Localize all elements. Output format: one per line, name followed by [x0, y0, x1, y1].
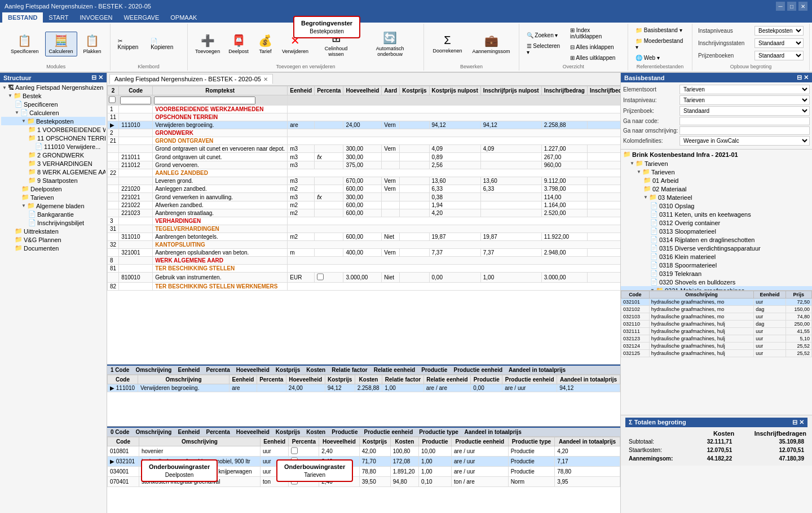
table-row[interactable]: 032110hydraulische graafmachines, huljda… [621, 321, 812, 328]
alles-uitklappen-button[interactable]: ⊞ Alles uitklappen [567, 53, 623, 63]
table-row[interactable]: 81 TER BESCHIKKING STELLEN Index [108, 265, 621, 273]
alles-inklappen-button[interactable]: ⊟ Alles inklappen [567, 42, 623, 52]
table-row[interactable]: 221020 Aanleggen zandbed. m2600,00Vern 6… [108, 185, 621, 193]
table-row[interactable]: 070401 stortkosten integraal groenafval … [108, 477, 620, 487]
tree-item-calc[interactable]: ▼ 📄 Calculeren [1, 108, 105, 117]
tab-aanleg[interactable]: Aanleg Fietspad Nergenshuizen - BESTEK -… [109, 74, 273, 84]
table-row[interactable]: 010801 hovenier uur 2,4042,00100,80 10,0… [108, 446, 620, 457]
ganaarcode-input[interactable] [679, 117, 810, 125]
tree-item-tarieven[interactable]: 📁 Tarieven [1, 193, 105, 201]
tree-item-vg[interactable]: 📁 V&G Plannen [1, 235, 105, 244]
cb-070401[interactable] [291, 477, 298, 485]
tab-start[interactable]: START [43, 12, 74, 23]
table-row[interactable]: 11 OPSCHONEN TERREIN Index [108, 113, 621, 121]
table-row[interactable]: 032125hydraulische graafmachines, huljuu… [621, 350, 812, 357]
table-row[interactable]: 810010 Gebruik van instrumenten. EUR 3.0… [108, 273, 621, 283]
table-row[interactable]: 3 VERHARDINGEN Index [108, 217, 621, 225]
tree-item-t1[interactable]: ▼ 📁 Tarieven [621, 159, 812, 168]
prijzenboek-select[interactable]: Standaard [679, 106, 810, 116]
totals-controls[interactable]: ⊟ ✕ [792, 419, 804, 426]
basisbestand-button[interactable]: 📁 Basisbestand ▾ [633, 25, 687, 35]
tree-item-inschr[interactable]: 📄 Inschrijvingsbiljet [1, 218, 105, 227]
table-row[interactable]: 221021 Grond verwerken in aanvulling. m3… [108, 193, 621, 201]
tree-item-arbeid[interactable]: 📁 01 Arbeid [621, 176, 812, 185]
instapniveaus-select[interactable]: Bestekposten [754, 26, 804, 36]
tree-item-0312[interactable]: 📄 0312 Overig container [621, 218, 812, 227]
filter-code[interactable] [120, 97, 151, 104]
tarief-button[interactable]: 💰 Tarief [254, 32, 277, 56]
minimize-button[interactable]: ─ [776, 2, 785, 11]
tree-item-wp8[interactable]: 📁 8 WERK ALGEMENE AARD [1, 168, 105, 176]
table-row[interactable]: 8 WERK ALGEMENE AARD Index [108, 257, 621, 265]
tree-item-spec[interactable]: 📄 Specificeren [1, 100, 105, 108]
selecteren-button[interactable]: ☰ Selecteren ▾ [524, 41, 565, 57]
table-row[interactable]: 032123hydraulische graafmachines, huljuu… [621, 335, 812, 343]
kolom-select[interactable]: Weergave in GxwCalc [679, 136, 810, 146]
table-row[interactable]: 31 TEGELVERHARDINGEN Index [108, 225, 621, 233]
table-row[interactable]: 32 KANTOPSLUITING Index [108, 241, 621, 249]
tree-item-wp1[interactable]: 📁 1 VOORBEREIDENDE WE... [1, 125, 105, 134]
checkbox-810010[interactable] [317, 273, 324, 280]
elementsoort-select[interactable]: Tarieven [679, 85, 810, 94]
filter-romptekst[interactable] [154, 97, 255, 104]
table-row[interactable]: 221022 Afwerken zandbed. m2600,00 1,941.… [108, 201, 621, 209]
tree-item-materieel[interactable]: ▼ 📁 03 Materieel [621, 193, 812, 201]
table-row[interactable]: 034001 vrachtwagen 6 x 6, met kraan, kni… [108, 467, 620, 477]
table-row[interactable]: Leveren grond. m3670,00Vern 13,6013,609.… [108, 177, 621, 185]
tree-item-bestek[interactable]: ▼ 📁 Bestek [1, 91, 105, 100]
basisbestand-controls[interactable]: ⊟ ✕ [797, 74, 809, 81]
tree-item-brink[interactable]: 📁 Brink Kostenbestand Infra - 2021-01 [621, 150, 812, 159]
table-row[interactable]: 032103hydraulische graafmachines, mouur7… [621, 313, 812, 321]
tree-item-wp11[interactable]: 📁 11 OPSCHONEN TERREIN [1, 134, 105, 142]
moederbestand-button[interactable]: 📁 Moederbestand ▾ [633, 36, 687, 52]
tree-item-0320[interactable]: 📄 0320 Shovels en bulldozers [621, 278, 812, 286]
ganaaromschr-input[interactable] [679, 126, 810, 135]
tree-item-algblad[interactable]: ▼ 📁 Algemene bladen [1, 201, 105, 210]
tree-item-wp3[interactable]: 📁 3 VERHARDINGEN [1, 159, 105, 168]
table-row[interactable]: ▶ 111010 Verwijderen begroeiing. are24,0… [108, 384, 620, 392]
cb-010801[interactable] [291, 447, 298, 454]
aannemingssom-button[interactable]: 💼 Aannemingssom [469, 32, 514, 56]
table-row[interactable]: 22 AANLEG ZANDBED Index [108, 169, 621, 177]
specificeren-button[interactable]: 📋 Specificeren [7, 32, 43, 56]
tree-item-deelposten[interactable]: 📁 Deelposten [1, 185, 105, 193]
automatisch-button[interactable]: 🔄 Automatisch onderbouw [361, 29, 420, 59]
celinhoud-button[interactable]: ⊞ Celinhoud wissen [314, 29, 359, 59]
table-row[interactable]: 032124hydraulische graafmachines, huljuu… [621, 343, 812, 350]
kopieren-button[interactable]: 📄 Kopieren [148, 36, 182, 52]
tab-close-icon[interactable]: ✕ [263, 76, 268, 82]
cb-034001[interactable] [291, 467, 298, 475]
table-row[interactable]: 321001 Aanbrengen opsluibanden van beton… [108, 249, 621, 257]
index-uitklappen-button[interactable]: ⊞ Index in/uitklappen [567, 25, 623, 41]
tree-item-0319[interactable]: 📄 0319 Telekraan [621, 269, 812, 278]
zoeken-button[interactable]: 🔍 Zoeken ▾ [524, 30, 565, 40]
table-row-selected[interactable]: ▶ 032101 hydraulische graafmachines, mob… [108, 457, 620, 467]
calculeren-button[interactable]: 🧮 Calculeren [45, 32, 77, 56]
tab-bestand[interactable]: BESTAND [2, 12, 43, 23]
close-button[interactable]: ✕ [798, 2, 807, 11]
table-row[interactable]: 82 TER BESCHIKKING STELLEN WERKNEMERS In… [108, 283, 621, 291]
toevoegen-button[interactable]: ➕ Toevoegen [192, 32, 223, 56]
knippen-button[interactable]: ✂ Knippen [115, 36, 146, 52]
plakken-button[interactable]: 📋 Plakken [80, 32, 105, 56]
table-row[interactable]: 21 GROND ONTGRAVEN Index [108, 137, 621, 145]
web-button[interactable]: 🌐 Web ▾ [633, 53, 687, 63]
deelpost-button[interactable]: 📮 Deelpost [226, 32, 252, 56]
tree-item-bestekposten[interactable]: ▼ 📁 Bestekposten [1, 117, 105, 125]
tree-item-uittr[interactable]: 📁 Uittrekstaten [1, 227, 105, 235]
tab-invoegen[interactable]: INVOEGEN [74, 12, 118, 23]
table-row[interactable]: 032102hydraulische graafmachines, modag1… [621, 306, 812, 313]
table-row[interactable]: 2 GRONDWERK Index [108, 129, 621, 137]
tree-item-0321[interactable]: ▼ 📁 0321 Mobiele graafmachines [621, 286, 812, 291]
instapniveau-select[interactable]: Tarieven [679, 95, 810, 105]
tab-weergave[interactable]: WEERGAVE [118, 12, 165, 23]
tab-opmaak[interactable]: OPMAAK [165, 12, 202, 23]
table-row[interactable]: 221023 Aanbrengen straatlaag. m2600,00 4… [108, 209, 621, 217]
table-row[interactable]: 211011 Grond ontgraven uit cunet. m3fx30… [108, 153, 621, 161]
cb-032101[interactable] [291, 457, 298, 464]
tree-item-0310[interactable]: 📄 0310 Opslag [621, 201, 812, 210]
filter-num[interactable] [109, 96, 116, 103]
tree-item-0318[interactable]: 📄 0318 Spoormaterieel [621, 261, 812, 269]
table-row-selected[interactable]: ▶ 111010 Verwijderen begroeiing. are 24,… [108, 121, 621, 129]
table-row[interactable]: 311010 Aanbrengen betontegels. m2600,00N… [108, 233, 621, 241]
